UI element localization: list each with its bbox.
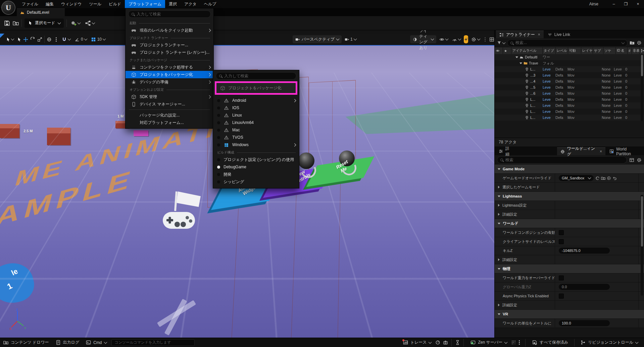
- world-to-meters-input[interactable]: 100.0: [559, 320, 610, 326]
- flag-gamepad-marker[interactable]: [157, 189, 208, 236]
- outliner-row-world[interactable]: Defaultl ワー: [495, 54, 644, 60]
- menu-item-supported-platforms[interactable]: 対応プラットフォーム...: [126, 119, 213, 126]
- submenu-item-linux[interactable]: Linux: [213, 112, 299, 119]
- details-search-input[interactable]: 検索: [497, 156, 627, 164]
- menu-item-sdk-management[interactable]: SDK 管理: [126, 93, 213, 100]
- column-item-label[interactable]: アイテムラベル: [511, 47, 542, 54]
- tab-outliner[interactable]: アウトライナー×: [496, 31, 544, 38]
- submenu-item-ios[interactable]: IOS: [213, 104, 299, 112]
- move-tool-icon[interactable]: [23, 37, 28, 42]
- menu-item-project-launcher[interactable]: プロジェクトランチャー...: [126, 41, 213, 49]
- submenu-item-windows[interactable]: Windows: [213, 141, 299, 148]
- submenu-item-debuggame[interactable]: DebugGame: [213, 163, 299, 171]
- submenu-item-shipping[interactable]: シッピング: [213, 178, 299, 185]
- menu-tools[interactable]: ツール: [86, 0, 105, 8]
- outliner-row-folder[interactable]: Trave フォル: [495, 60, 644, 66]
- submenu-item-android[interactable]: Android: [213, 97, 299, 104]
- measure-box[interactable]: [0, 124, 19, 138]
- gear-icon[interactable]: [637, 40, 642, 45]
- column-sockets-icon[interactable]: [640, 47, 644, 54]
- category-game-mode[interactable]: Game Mode: [495, 165, 644, 174]
- trace-dropdown[interactable]: トレース: [400, 338, 435, 347]
- rotate-tool-icon[interactable]: [30, 37, 35, 42]
- gauge-icon[interactable]: [435, 340, 440, 345]
- outliner-row-actor[interactable]: L...LeveDefaMovNoneLeve0: [495, 115, 644, 121]
- property-row-lightmass-settings[interactable]: Lightmass設定: [495, 201, 644, 210]
- property-row-advanced[interactable]: 詳細設定: [495, 210, 644, 219]
- menu-item-cook-content[interactable]: コンテンツをクック処理する: [126, 63, 213, 71]
- expand-arrow-icon[interactable]: [515, 56, 518, 58]
- category-lightmass[interactable]: Lightmass: [495, 192, 644, 201]
- column-favorite[interactable]: ★: [503, 47, 511, 54]
- perspective-dropdown[interactable]: パースペクティブ: [293, 35, 342, 43]
- column-hidden[interactable]: 非表: [632, 47, 639, 54]
- exposure-button[interactable]: [451, 37, 462, 42]
- menu-item-prepare-debug[interactable]: デバッグの準備: [126, 78, 213, 86]
- pink-measure-box[interactable]: [134, 130, 148, 136]
- browse-icon[interactable]: [601, 176, 605, 180]
- gamemode-dropdown[interactable]: GM_Sandbox: [559, 175, 594, 181]
- close-icon[interactable]: ×: [600, 149, 602, 154]
- property-row-selected-gamemode[interactable]: 選択したゲームモード: [495, 183, 644, 192]
- submenu-item-tvos[interactable]: TVOS: [213, 134, 299, 141]
- quad-view-icon[interactable]: [489, 37, 494, 42]
- column-layer[interactable]: レイヤ: [581, 47, 593, 54]
- column-visibility[interactable]: [495, 47, 503, 54]
- menu-item-packaging-settings[interactable]: パッケージ化の設定...: [126, 112, 213, 119]
- use-selected-icon[interactable]: [595, 176, 600, 180]
- menu-search-input[interactable]: 入力して検索: [128, 10, 211, 18]
- add-folder-icon[interactable]: [630, 40, 635, 45]
- cmd-dropdown[interactable]: Cmd: [83, 338, 110, 347]
- menu-actor[interactable]: アクタ: [181, 0, 200, 8]
- camera-count-button[interactable]: 1: [344, 37, 357, 42]
- outliner-row-actor[interactable]: L...LeveDefaMovNoneLeve0: [495, 66, 644, 72]
- show-flags-button[interactable]: [438, 37, 449, 42]
- menu-file[interactable]: ファイル: [18, 0, 42, 8]
- select-tool-icon[interactable]: [17, 37, 21, 42]
- console-command-input[interactable]: コンソールコマンドを入力します: [111, 339, 195, 346]
- zen-server-dropdown[interactable]: Zen サーバー: [467, 338, 510, 347]
- menu-item-device-manager[interactable]: デバイス マネージャー...: [126, 100, 213, 108]
- blueprints-button[interactable]: [84, 20, 96, 26]
- submenu-item-use-project-setting[interactable]: プロジェクト設定 (シッピング) の使用: [213, 156, 299, 163]
- select-mode-dropdown[interactable]: 選択モード: [24, 18, 64, 28]
- minimize-button[interactable]: –: [608, 2, 620, 6]
- level-tab[interactable]: DefaultLevel: [17, 8, 65, 16]
- submenu-search-input[interactable]: 入力して検索: [216, 72, 296, 80]
- grid-snap-button[interactable]: 10: [90, 37, 106, 42]
- tab-details[interactable]: 詳細: [495, 147, 516, 155]
- more-options-icon[interactable]: [485, 39, 485, 40]
- save-all-button[interactable]: すべて保存済み: [529, 338, 572, 347]
- outliner-row-actor[interactable]: ...6LeveDefaMovNoneLeve0: [495, 90, 644, 96]
- unreal-logo[interactable]: U: [1, 1, 15, 15]
- outliner-row-actor[interactable]: L...LeveDefaMovNoneLeve0: [495, 109, 644, 115]
- menu-window[interactable]: ウィンドウ: [57, 0, 85, 8]
- column-sub[interactable]: サブ: [593, 47, 603, 54]
- checkbox[interactable]: [559, 239, 564, 244]
- menu-item-project-launcher-legacy[interactable]: プロジェクト ランチャー (レガシー)...: [126, 49, 213, 56]
- menu-build[interactable]: ビルド: [105, 0, 125, 8]
- tab-live-link[interactable]: Live Link: [544, 31, 574, 38]
- submenu-item-mac[interactable]: Mac: [213, 126, 299, 134]
- menu-edit[interactable]: 編集: [42, 0, 57, 8]
- checkbox[interactable]: [559, 230, 564, 235]
- scale-tool-icon[interactable]: [37, 37, 42, 42]
- checkbox[interactable]: [559, 275, 564, 280]
- maximize-button[interactable]: ❐: [620, 2, 632, 6]
- outliner-row-actor[interactable]: L...LeveDefaMovNoneLeve0: [495, 102, 644, 109]
- outliner-search-input[interactable]: 検索...: [507, 39, 628, 47]
- outliner-row-actor[interactable]: ...3LeveDefaMovNoneLeve0: [495, 72, 644, 78]
- outliner-row-actor[interactable]: ...4LeveDefaMovNoneLeve0: [495, 78, 644, 84]
- column-level[interactable]: レベル: [556, 47, 568, 54]
- more-options-icon[interactable]: [56, 39, 57, 40]
- world-space-icon[interactable]: [47, 37, 52, 42]
- column-count[interactable]: #: [628, 47, 632, 54]
- category-world[interactable]: ワールド: [495, 219, 644, 228]
- reset-icon[interactable]: [612, 176, 617, 180]
- save-icon[interactable]: [4, 20, 10, 26]
- add-actor-button[interactable]: [69, 20, 81, 26]
- details-scrollbar[interactable]: [641, 195, 643, 296]
- column-type[interactable]: タイプ: [543, 47, 555, 54]
- submenu-header-package-project[interactable]: プロジェクトをパッケージ化: [216, 83, 296, 93]
- outliner-row-actor[interactable]: ...5LeveDefaMovNoneLeve0: [495, 84, 644, 90]
